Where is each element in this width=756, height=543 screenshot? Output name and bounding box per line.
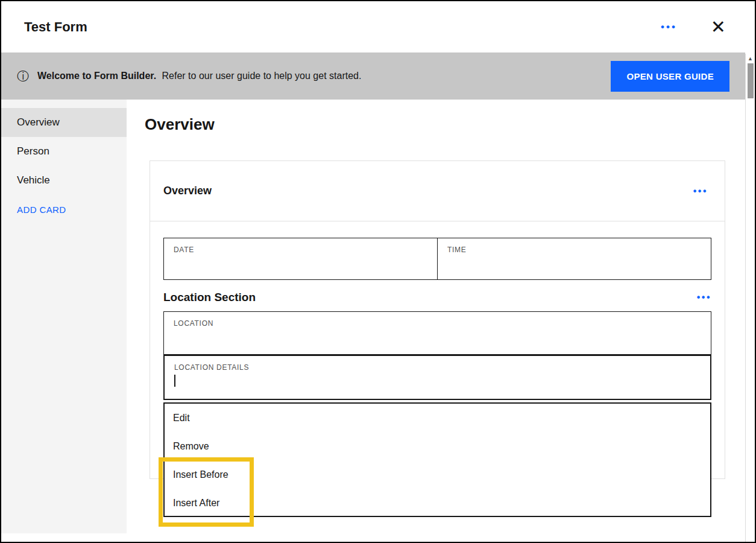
form-builder-window: Test Form ••• ✕ ⓘ Welcome to Form Builde… xyxy=(0,0,756,543)
card-overflow-menu-icon[interactable]: ••• xyxy=(693,186,708,196)
overview-card: Overview ••• DATE TIME Location Section xyxy=(150,160,725,479)
open-user-guide-button[interactable]: OPEN USER GUIDE xyxy=(611,61,729,92)
card-header: Overview ••• xyxy=(150,161,725,221)
close-icon[interactable]: ✕ xyxy=(711,18,726,36)
location-section-heading: Location Section ••• xyxy=(163,291,711,304)
text-cursor xyxy=(174,375,175,387)
location-section-title: Location Section xyxy=(163,291,256,304)
welcome-banner: ⓘ Welcome to Form Builder. Refer to our … xyxy=(1,52,745,100)
scrollbar-thumb[interactable] xyxy=(748,63,754,98)
sidebar-item-person[interactable]: Person xyxy=(1,137,127,166)
location-field-label: LOCATION xyxy=(174,319,701,328)
info-icon: ⓘ xyxy=(17,68,29,84)
menu-item-edit[interactable]: Edit xyxy=(165,404,710,432)
sidebar-item-overview[interactable]: Overview xyxy=(1,108,127,137)
location-details-field-label: LOCATION DETAILS xyxy=(174,363,701,372)
header-overflow-menu-icon[interactable]: ••• xyxy=(661,22,677,32)
card-title: Overview xyxy=(163,185,212,197)
date-field-label: DATE xyxy=(174,246,427,254)
add-card-button[interactable]: ADD CARD xyxy=(1,195,127,224)
header: Test Form ••• ✕ xyxy=(1,1,755,52)
card-body: DATE TIME Location Section ••• LOCATION xyxy=(150,221,725,400)
sidebar-item-vehicle[interactable]: Vehicle xyxy=(1,166,127,195)
menu-item-insert-before[interactable]: Insert Before xyxy=(165,460,710,489)
header-actions: ••• ✕ xyxy=(661,18,726,36)
section-overflow-menu-icon[interactable]: ••• xyxy=(697,293,711,302)
context-menu: Edit Remove Insert Before Insert After xyxy=(163,402,711,517)
menu-item-insert-after[interactable]: Insert After xyxy=(165,489,710,517)
location-field[interactable]: LOCATION xyxy=(163,311,711,355)
banner-bold-text: Welcome to Form Builder. xyxy=(37,71,156,81)
scrollbar-up-arrow-icon[interactable]: ▲ xyxy=(748,56,753,62)
page-title: Overview xyxy=(145,115,732,134)
date-time-row: DATE TIME xyxy=(163,238,711,280)
banner-regular-text: Refer to our user guide to help you get … xyxy=(162,71,362,81)
location-details-field[interactable]: LOCATION DETAILS xyxy=(163,355,711,400)
vertical-scrollbar[interactable]: ▲ xyxy=(745,54,755,542)
content: Overview Person Vehicle ADD CARD Overvie… xyxy=(1,100,755,533)
form-title: Test Form xyxy=(24,19,87,35)
sidebar: Overview Person Vehicle ADD CARD xyxy=(1,100,127,533)
menu-item-remove[interactable]: Remove xyxy=(165,432,710,460)
main-panel: Overview Overview ••• DATE TIME xyxy=(127,100,755,533)
time-field[interactable]: TIME xyxy=(437,238,711,280)
date-field[interactable]: DATE xyxy=(163,238,438,280)
banner-text: Welcome to Form Builder. Refer to our us… xyxy=(37,71,361,81)
time-field-label: TIME xyxy=(447,246,701,254)
